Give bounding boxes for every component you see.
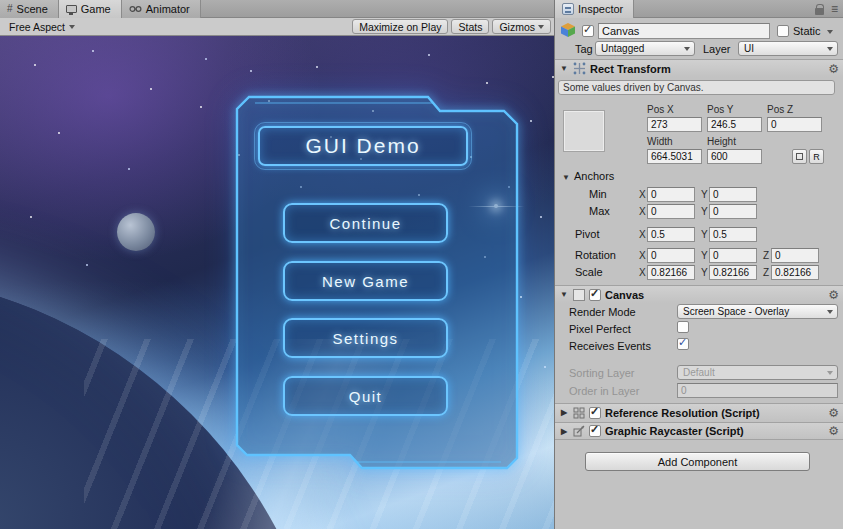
graphic-raycaster-icon	[573, 425, 585, 437]
axis-z-label: Z	[763, 250, 769, 261]
static-label: Static	[793, 25, 821, 37]
scale-y-field[interactable]: 0.82166	[709, 265, 757, 280]
pos-x-field[interactable]: 273	[647, 117, 702, 132]
anchors-min-label: Min	[589, 188, 607, 200]
pivot-label: Pivot	[575, 228, 599, 240]
aspect-dropdown[interactable]: Free Aspect	[3, 19, 81, 35]
canvas-component-header[interactable]: ▼ ✓ Canvas ⚙	[555, 285, 843, 303]
axis-x-label: X	[639, 206, 646, 217]
anchor-min-x-field[interactable]: 0	[647, 187, 695, 202]
axis-x-label: X	[639, 229, 646, 240]
raw-edit-mode-button[interactable]: R	[809, 149, 824, 164]
pivot-x-field[interactable]: 0.5	[647, 227, 695, 242]
foldout-open-icon[interactable]: ▼	[559, 290, 569, 299]
inspector-tabbar: Inspector ≡	[555, 0, 843, 18]
tab-animator-label: Animator	[146, 3, 190, 15]
stats-button[interactable]: Stats	[451, 19, 489, 34]
anchor-preview[interactable]	[563, 110, 605, 152]
lock-icon[interactable]	[815, 8, 824, 15]
check-icon: ✓	[590, 405, 599, 418]
canvas-component-title: Canvas	[605, 289, 644, 301]
game-toolbar: Free Aspect Maximize on Play Stats Gizmo…	[0, 18, 554, 36]
left-tabbar: # Scene Game Animator	[0, 0, 554, 18]
width-field[interactable]: 664.5031	[647, 149, 702, 164]
anchors-foldout-icon[interactable]: ▼	[561, 173, 571, 182]
tag-dropdown[interactable]: Untagged	[595, 41, 695, 56]
sorting-layer-dropdown: Default	[677, 365, 838, 380]
reference-resolution-title: Reference Resolution (Script)	[605, 407, 760, 419]
menu-title: GUI Demo	[258, 126, 468, 166]
graphic-raycaster-header[interactable]: ▶ ✓ Graphic Raycaster (Script) ⚙	[555, 422, 843, 440]
pixel-perfect-checkbox[interactable]	[677, 321, 689, 333]
anchor-max-y-field[interactable]: 0	[709, 204, 757, 219]
raw-edit-label: R	[813, 152, 820, 162]
pos-y-label: Pos Y	[707, 104, 734, 115]
canvas-enabled-checkbox[interactable]: ✓	[589, 289, 601, 301]
tag-label: Tag	[575, 43, 593, 55]
gizmos-button[interactable]: Gizmos	[492, 19, 551, 34]
menu-panel: GUI Demo Continue New Game Settings Quit	[232, 88, 524, 472]
foldout-closed-icon[interactable]: ▶	[559, 427, 569, 436]
gear-icon[interactable]: ⚙	[828, 63, 839, 75]
receives-events-checkbox[interactable]: ✓	[677, 338, 689, 350]
scale-z-field[interactable]: 0.82166	[771, 265, 819, 280]
gizmos-dropdown-arrow[interactable]	[538, 25, 544, 29]
gameobject-name: Canvas	[602, 25, 639, 37]
foldout-closed-icon[interactable]: ▶	[559, 408, 569, 417]
gameobject-name-field[interactable]: Canvas	[598, 23, 770, 39]
gear-icon[interactable]: ⚙	[828, 289, 839, 301]
rotation-z-field[interactable]: 0	[771, 248, 819, 263]
reference-resolution-checkbox[interactable]: ✓	[589, 407, 601, 419]
context-menu-icon[interactable]: ≡	[831, 3, 838, 15]
pos-y-field[interactable]: 246.5	[707, 117, 762, 132]
graphic-raycaster-checkbox[interactable]: ✓	[589, 425, 601, 437]
static-flags-dropdown[interactable]	[827, 30, 833, 34]
anchor-min-y-field[interactable]: 0	[709, 187, 757, 202]
render-mode-dropdown[interactable]: Screen Space - Overlay	[677, 304, 838, 319]
blueprint-mode-button[interactable]	[792, 149, 807, 164]
maximize-on-play-button[interactable]: Maximize on Play	[352, 19, 448, 34]
menu-title-label: GUI Demo	[305, 134, 420, 158]
continue-button[interactable]: Continue	[283, 203, 448, 243]
add-component-button[interactable]: Add Component	[585, 452, 810, 471]
pivot-y-field[interactable]: 0.5	[709, 227, 757, 242]
axis-x-label: X	[639, 267, 646, 278]
notice-text: Some values driven by Canvas.	[563, 82, 704, 93]
tab-scene[interactable]: # Scene	[0, 0, 59, 18]
gear-icon[interactable]: ⚙	[828, 407, 839, 419]
animator-icon	[129, 4, 142, 14]
axis-y-label: Y	[701, 250, 708, 261]
anchor-max-x-field[interactable]: 0	[647, 204, 695, 219]
rect-transform-icon	[573, 62, 586, 75]
anchors-label[interactable]: Anchors	[574, 170, 614, 182]
axis-z-label: Z	[763, 267, 769, 278]
order-in-layer-field: 0	[677, 383, 838, 398]
new-game-button[interactable]: New Game	[283, 261, 448, 301]
add-component-label: Add Component	[658, 456, 738, 468]
scale-x-field[interactable]: 0.82166	[647, 265, 695, 280]
width-label: Width	[647, 136, 673, 147]
layer-dropdown[interactable]: UI	[738, 41, 838, 56]
foldout-open-icon[interactable]: ▼	[559, 64, 569, 73]
tab-animator[interactable]: Animator	[122, 0, 201, 18]
scene-icon: #	[7, 4, 13, 14]
tab-game[interactable]: Game	[59, 0, 122, 18]
rotation-y-field[interactable]: 0	[709, 248, 757, 263]
active-checkbox[interactable]: ✓	[582, 25, 594, 37]
reference-resolution-header[interactable]: ▶ ✓ Reference Resolution (Script) ⚙	[555, 403, 843, 421]
rect-transform-header[interactable]: ▼ Rect Transform ⚙	[555, 59, 843, 77]
stars-decor	[0, 36, 2, 38]
sorting-layer-label: Sorting Layer	[569, 367, 634, 379]
blueprint-icon	[796, 153, 803, 160]
tab-inspector[interactable]: Inspector	[555, 0, 634, 18]
height-field[interactable]: 600	[707, 149, 762, 164]
pos-z-field[interactable]: 0	[767, 117, 822, 132]
rotation-x-field[interactable]: 0	[647, 248, 695, 263]
axis-y-label: Y	[701, 267, 708, 278]
static-checkbox[interactable]	[777, 25, 789, 37]
gear-icon[interactable]: ⚙	[828, 425, 839, 437]
quit-button[interactable]: Quit	[283, 376, 448, 416]
settings-button[interactable]: Settings	[283, 318, 448, 358]
settings-label: Settings	[332, 330, 398, 347]
axis-x-label: X	[639, 189, 646, 200]
